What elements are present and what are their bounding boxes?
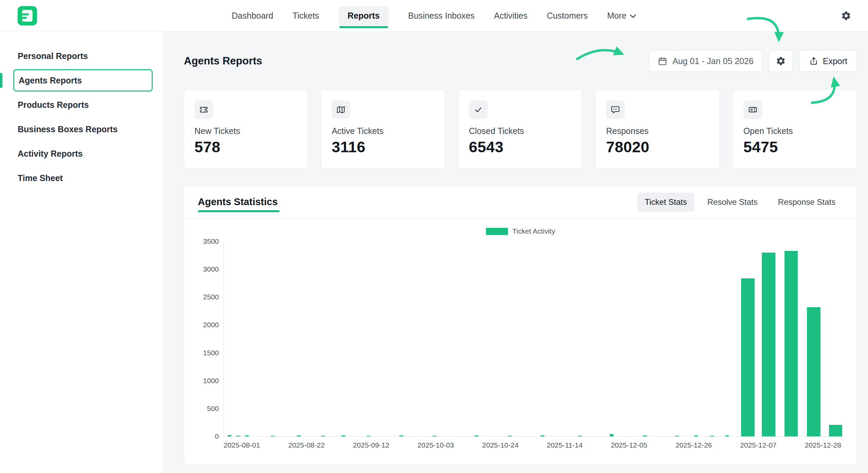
tab-response-stats[interactable]: Response Stats [771, 193, 843, 212]
brand-logo[interactable] [18, 6, 37, 25]
date-range-picker[interactable]: Aug 01 - Jan 05 2026 [649, 50, 762, 72]
reports-sidebar: Personal Reports Agents Reports Products… [0, 32, 163, 473]
stat-card-new-tickets: New Tickets 578 [184, 90, 308, 169]
tab-resolve-stats[interactable]: Resolve Stats [700, 193, 765, 212]
stat-card-active-tickets: Active Tickets 3116 [321, 90, 445, 169]
stats-tabs: Ticket Stats Resolve Stats Response Stat… [637, 193, 843, 212]
sidebar-item-personal-reports[interactable]: Personal Reports [0, 44, 163, 68]
chat-icon [606, 100, 625, 119]
chart-bar [643, 435, 647, 436]
sidebar-item-agents-reports[interactable]: Agents Reports [13, 69, 153, 92]
gear-icon [776, 56, 786, 66]
chart-container: Ticket Activity 350030002500200015001000… [184, 218, 856, 449]
chart-bar [433, 436, 436, 436]
export-button[interactable]: Export [799, 50, 857, 72]
chart-bar [341, 435, 345, 436]
stat-value: 3116 [332, 138, 434, 156]
panel-title: Agents Statistics [198, 196, 278, 212]
x-tick-label: 2025-11-14 [547, 441, 583, 449]
report-toolbar: Aug 01 - Jan 05 2026 Export [649, 50, 857, 72]
y-tick-label: 3500 [203, 237, 219, 245]
x-tick-label: 2025-12-28 [805, 441, 841, 449]
x-tick-label: 2025-08-22 [288, 441, 324, 449]
chart-bar [829, 425, 843, 436]
y-tick-label: 1500 [203, 349, 219, 357]
top-navbar: Dashboard Tickets Reports Business Inbox… [0, 0, 868, 32]
agents-statistics-panel: Agents Statistics Ticket Stats Resolve S… [184, 185, 857, 465]
chart-bar [762, 253, 775, 436]
x-tick-label: 2025-12-05 [611, 441, 647, 449]
sidebar-item-products-reports[interactable]: Products Reports [0, 93, 163, 117]
stat-card-closed-tickets: Closed Tickets 6543 [458, 90, 582, 169]
chart-bar [228, 435, 231, 436]
legend-swatch [486, 228, 508, 235]
chart-legend: Ticket Activity [200, 227, 841, 235]
export-icon [809, 56, 818, 66]
chart-bar [578, 436, 582, 436]
x-tick-label: 2025-10-03 [417, 441, 454, 449]
chart-bar [610, 434, 614, 436]
export-button-label: Export [823, 56, 847, 66]
app-window: Dashboard Tickets Reports Business Inbox… [0, 0, 868, 473]
y-tick-label: 500 [207, 405, 219, 413]
x-tick-label: 2025-09-12 [353, 441, 389, 449]
chart-bar [399, 435, 403, 436]
panel-header: Agents Statistics Ticket Stats Resolve S… [184, 186, 856, 218]
chart-bar [785, 251, 798, 436]
stat-label: Closed Tickets [469, 126, 572, 136]
chart-plot: 3500300025002000150010005000 [224, 241, 841, 437]
stat-value: 6543 [469, 138, 572, 156]
chart-bar [741, 278, 755, 436]
ticket-stub-icon [743, 100, 762, 119]
calendar-icon [658, 56, 667, 66]
sidebar-item-activity-reports[interactable]: Activity Reports [0, 141, 163, 166]
stat-card-open-tickets: Open Tickets 5475 [733, 90, 857, 169]
nav-item-customers[interactable]: Customers [547, 6, 588, 25]
y-tick-label: 3000 [203, 265, 219, 273]
gear-icon [841, 11, 851, 21]
y-tick-label: 2500 [203, 293, 219, 301]
nav-item-dashboard[interactable]: Dashboard [232, 6, 273, 25]
stat-label: New Tickets [194, 126, 297, 136]
nav-item-activities[interactable]: Activities [494, 6, 528, 25]
chart-bar [236, 436, 240, 436]
stat-label: Active Tickets [332, 126, 434, 136]
legend-label: Ticket Activity [512, 227, 555, 235]
chart-bar [366, 436, 370, 436]
report-settings-button[interactable] [769, 50, 793, 72]
check-icon [469, 100, 488, 119]
page-title: Agents Reports [184, 55, 262, 67]
stat-card-responses: Responses 78020 [596, 90, 719, 169]
stat-value: 578 [194, 138, 297, 156]
chart-bar [508, 436, 512, 436]
sidebar-item-time-sheet[interactable]: Time Sheet [0, 166, 163, 190]
chart-bar [541, 435, 544, 436]
nav-item-tickets[interactable]: Tickets [293, 6, 319, 25]
y-tick-label: 2000 [203, 321, 219, 329]
date-range-value: Aug 01 - Jan 05 2026 [673, 56, 754, 66]
main-nav: Dashboard Tickets Reports Business Inbox… [232, 0, 636, 31]
chart-bar [475, 435, 478, 436]
chart-bar [694, 435, 698, 436]
ticket-icon [194, 100, 213, 119]
tab-ticket-stats[interactable]: Ticket Stats [637, 193, 694, 212]
x-tick-label: 2025-12-26 [676, 441, 712, 449]
chart-x-axis: 2025-08-012025-08-222025-09-122025-10-03… [224, 441, 841, 449]
y-tick-label: 0 [215, 432, 219, 440]
stat-value: 5475 [743, 138, 846, 156]
nav-item-more[interactable]: More [607, 6, 636, 25]
stat-label: Responses [606, 126, 709, 136]
chart-bar [725, 435, 729, 436]
y-tick-label: 1000 [203, 377, 219, 385]
chevron-down-icon [630, 14, 636, 18]
chart-bar [245, 435, 249, 436]
brand-logo-icon [18, 6, 37, 25]
stats-cards-row: New Tickets 578 Active Tickets 3116 Clos… [184, 90, 857, 169]
stat-label: Open Tickets [743, 126, 846, 136]
chart-bar [710, 436, 714, 436]
sidebar-item-business-boxes-reports[interactable]: Business Boxes Reports [0, 117, 163, 141]
chart-bar [675, 436, 679, 436]
global-settings-button[interactable] [838, 8, 854, 23]
nav-item-reports[interactable]: Reports [338, 6, 389, 25]
nav-item-business-inboxes[interactable]: Business Inboxes [408, 6, 475, 25]
